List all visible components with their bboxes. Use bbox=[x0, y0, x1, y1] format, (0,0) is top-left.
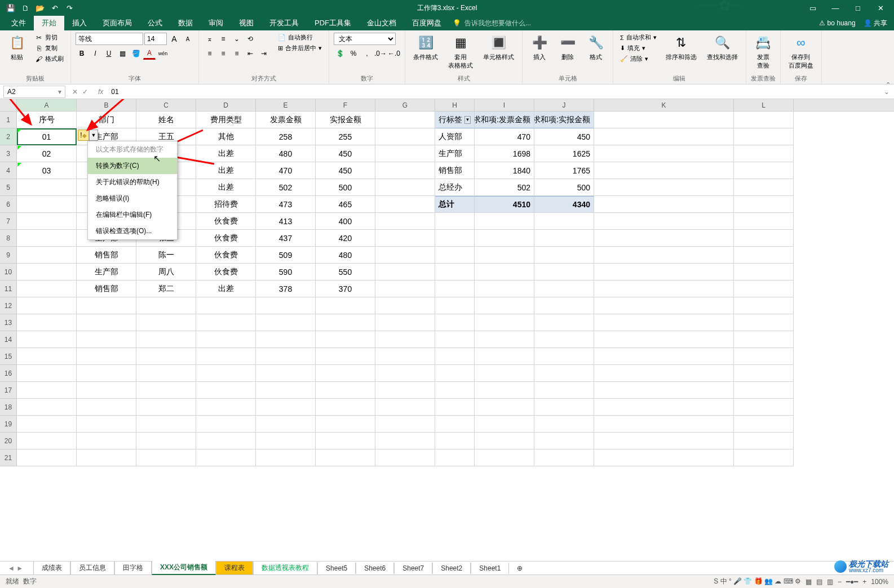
painter-button[interactable]: 🖌格式刷 bbox=[33, 54, 66, 64]
cancel-formula-icon[interactable]: ✕ bbox=[72, 88, 78, 96]
orientation-icon[interactable]: ⟲ bbox=[244, 33, 256, 45]
row-header[interactable]: 3 bbox=[0, 145, 17, 162]
cell[interactable]: 销售部 bbox=[77, 247, 136, 264]
paste-button[interactable]: 📋粘贴 bbox=[5, 33, 29, 63]
ctx-error-options[interactable]: 错误检查选项(O)... bbox=[88, 223, 177, 239]
invoice-check-button[interactable]: 📇发票 查验 bbox=[751, 33, 776, 71]
cell[interactable] bbox=[594, 280, 734, 297]
cell[interactable] bbox=[196, 416, 256, 433]
column-header[interactable]: K bbox=[594, 99, 734, 111]
row-header[interactable]: 20 bbox=[0, 433, 17, 449]
cell[interactable] bbox=[256, 314, 316, 331]
align-right-icon[interactable]: ≡ bbox=[231, 47, 243, 60]
column-header[interactable]: J bbox=[534, 99, 594, 111]
cell[interactable] bbox=[316, 331, 375, 348]
cell[interactable] bbox=[734, 433, 794, 449]
cell[interactable] bbox=[594, 297, 734, 314]
cell[interactable]: 500 bbox=[316, 179, 375, 196]
cell[interactable] bbox=[77, 382, 136, 399]
row-header[interactable]: 12 bbox=[0, 297, 17, 314]
cell[interactable] bbox=[534, 314, 594, 331]
cell[interactable] bbox=[17, 280, 77, 297]
row-header[interactable]: 16 bbox=[0, 365, 17, 382]
row-header[interactable]: 15 bbox=[0, 348, 17, 365]
cell[interactable] bbox=[17, 230, 77, 247]
cell[interactable] bbox=[136, 433, 196, 449]
cell[interactable] bbox=[196, 348, 256, 365]
cell[interactable] bbox=[594, 365, 734, 382]
cell[interactable] bbox=[534, 247, 594, 264]
cell[interactable]: 出差 bbox=[196, 280, 256, 297]
cell[interactable] bbox=[256, 365, 316, 382]
cell[interactable]: 实报金额 bbox=[316, 112, 375, 128]
cell[interactable] bbox=[256, 297, 316, 314]
column-header[interactable]: B bbox=[77, 99, 136, 111]
cell[interactable] bbox=[17, 433, 77, 449]
cell[interactable] bbox=[316, 348, 375, 365]
cell[interactable] bbox=[316, 297, 375, 314]
cell[interactable] bbox=[316, 449, 375, 466]
cell[interactable] bbox=[435, 264, 475, 280]
row-header[interactable]: 21 bbox=[0, 449, 17, 466]
cut-button[interactable]: ✂剪切 bbox=[33, 33, 66, 42]
cell[interactable] bbox=[734, 365, 794, 382]
cell[interactable] bbox=[534, 433, 594, 449]
cell[interactable]: 590 bbox=[256, 264, 316, 280]
cell[interactable]: 出差 bbox=[196, 145, 256, 162]
cell[interactable] bbox=[136, 314, 196, 331]
tab-pdf[interactable]: PDF工具集 bbox=[307, 16, 359, 30]
cell[interactable] bbox=[375, 128, 435, 145]
cell[interactable] bbox=[594, 264, 734, 280]
cell[interactable] bbox=[136, 331, 196, 348]
cell[interactable]: 出差 bbox=[196, 179, 256, 196]
cell[interactable]: 姓名 bbox=[136, 112, 196, 128]
cell[interactable]: 480 bbox=[256, 145, 316, 162]
cell[interactable] bbox=[316, 382, 375, 399]
row-header[interactable]: 17 bbox=[0, 382, 17, 399]
cell[interactable] bbox=[17, 416, 77, 433]
cell[interactable] bbox=[375, 112, 435, 128]
cell[interactable] bbox=[435, 331, 475, 348]
cell[interactable]: 502 bbox=[475, 179, 534, 196]
cell[interactable] bbox=[534, 230, 594, 247]
cell[interactable]: 费用类型 bbox=[196, 112, 256, 128]
cell[interactable]: 其他 bbox=[196, 128, 256, 145]
cell[interactable] bbox=[256, 433, 316, 449]
error-smart-tag[interactable]: ! bbox=[78, 130, 89, 141]
indent-inc-icon[interactable]: ⇥ bbox=[258, 47, 270, 60]
cell[interactable]: 420 bbox=[316, 230, 375, 247]
fill-color-button[interactable]: 🪣 bbox=[130, 47, 142, 60]
cell[interactable] bbox=[435, 449, 475, 466]
cell[interactable]: 4510 bbox=[475, 196, 534, 213]
cell[interactable] bbox=[734, 314, 794, 331]
autosum-button[interactable]: Σ 自动求和 ▾ bbox=[618, 33, 659, 42]
sheet-nav[interactable]: ◄ ► bbox=[8, 564, 33, 572]
cell[interactable] bbox=[256, 348, 316, 365]
find-select-button[interactable]: 🔍查找和选择 bbox=[703, 33, 741, 63]
open-icon[interactable]: 📂 bbox=[35, 3, 45, 13]
cell[interactable] bbox=[534, 213, 594, 230]
delete-cells-button[interactable]: ➖删除 bbox=[555, 33, 580, 63]
chevron-down-icon[interactable]: ▾ bbox=[58, 88, 61, 96]
cell[interactable]: 部门 bbox=[77, 112, 136, 128]
cell[interactable] bbox=[17, 382, 77, 399]
cell[interactable] bbox=[594, 112, 734, 128]
tab-data[interactable]: 数据 bbox=[170, 16, 201, 30]
increase-font-icon[interactable]: A bbox=[168, 33, 180, 45]
zoom-out-icon[interactable]: − bbox=[838, 578, 842, 586]
cell[interactable] bbox=[375, 416, 435, 433]
cell[interactable]: 255 bbox=[316, 128, 375, 145]
column-header[interactable]: A bbox=[17, 99, 77, 111]
cell[interactable] bbox=[734, 196, 794, 213]
view-layout-icon[interactable]: ▤ bbox=[816, 578, 822, 586]
tell-me[interactable]: 💡告诉我您想要做什么... bbox=[453, 19, 531, 28]
bold-button[interactable]: B bbox=[76, 47, 88, 60]
cell[interactable]: 473 bbox=[256, 196, 316, 213]
redo-icon[interactable]: ↷ bbox=[64, 3, 74, 13]
close-icon[interactable]: ✕ bbox=[869, 0, 892, 16]
cell[interactable] bbox=[475, 348, 534, 365]
accept-formula-icon[interactable]: ✓ bbox=[82, 88, 88, 96]
font-name-select[interactable] bbox=[76, 33, 143, 45]
cell[interactable] bbox=[17, 247, 77, 264]
cell[interactable] bbox=[475, 449, 534, 466]
